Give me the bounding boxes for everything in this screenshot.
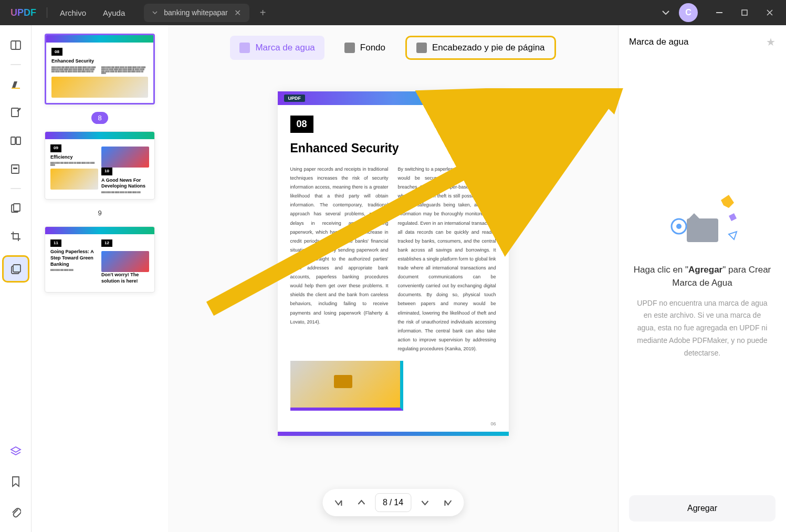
- minimize-button[interactable]: [707, 4, 731, 21]
- maximize-button[interactable]: [732, 4, 757, 21]
- svg-rect-11: [14, 204, 20, 211]
- left-toolbar: [0, 25, 32, 532]
- close-button[interactable]: [758, 4, 782, 21]
- page-number-badge: 08: [290, 116, 313, 133]
- svg-rect-0: [716, 12, 722, 13]
- next-icon: [421, 498, 429, 507]
- prev-icon: [357, 498, 365, 507]
- tool-comment[interactable]: [6, 75, 25, 93]
- thumbnail-panel[interactable]: 08 Enhanced Security ████ ████ ███ ████ …: [32, 25, 168, 532]
- tool-layers[interactable]: [6, 442, 25, 461]
- add-tab-button[interactable]: +: [256, 5, 270, 21]
- panel-message: Haga clic en "Agregar" para Crear Marca …: [629, 263, 775, 290]
- add-button[interactable]: Agregar: [629, 495, 775, 521]
- tab-header-footer[interactable]: Encabezado y pie de página: [405, 36, 556, 60]
- empty-state-illustration: [663, 190, 742, 247]
- app-logo: UPDF: [4, 7, 43, 18]
- background-icon: [344, 43, 355, 53]
- page-navigation: 8 / 14: [322, 489, 464, 516]
- pages-icon: [10, 135, 22, 147]
- document-tab[interactable]: banking whitepapar ✕: [144, 4, 249, 22]
- bookmark-icon: [11, 476, 20, 487]
- chevron-down-icon: [152, 11, 158, 14]
- tool-attachment[interactable]: [6, 503, 25, 521]
- tool-ocr[interactable]: [6, 199, 25, 217]
- close-icon: [767, 9, 773, 16]
- right-panel: Marca de agua ★ Haga clic en "Agregar" p…: [618, 25, 786, 532]
- svg-rect-15: [687, 218, 718, 242]
- svg-rect-9: [13, 168, 17, 169]
- page-column-2: By switching to a paperless workplace, a…: [398, 165, 496, 353]
- titlebar: UPDF Archivo Ayuda banking whitepapar ✕ …: [0, 0, 786, 25]
- svg-point-18: [676, 224, 682, 229]
- content-area: Marca de agua Fondo Encabezado y pie de …: [168, 25, 618, 532]
- page-title: Enhanced Security: [290, 141, 496, 155]
- page-column-1: Using paper records and receipts in trad…: [290, 165, 389, 353]
- page-input[interactable]: 8 / 14: [375, 493, 411, 512]
- user-avatar[interactable]: C: [679, 3, 698, 22]
- thumbnail-label-8: 8: [91, 112, 108, 124]
- next-page-button[interactable]: [415, 493, 434, 512]
- tab-title: banking whitepapar: [164, 8, 227, 17]
- redact-icon: [10, 163, 22, 175]
- last-icon: [444, 498, 452, 507]
- dropdown-button[interactable]: [657, 7, 675, 18]
- edit-page-icon: [10, 107, 22, 118]
- minimize-icon: [716, 12, 722, 13]
- tool-redact[interactable]: [6, 160, 25, 179]
- book-icon: [10, 39, 22, 51]
- panel-description: UPDF no encuentra una marca de agua en e…: [629, 297, 775, 360]
- tool-page-tools[interactable]: [2, 255, 29, 283]
- svg-rect-7: [16, 137, 20, 144]
- crop-icon: [10, 231, 22, 242]
- menu-file[interactable]: Archivo: [51, 5, 95, 20]
- svg-rect-1: [742, 10, 747, 15]
- thumbnail-label-9: 9: [91, 207, 108, 219]
- prev-page-button[interactable]: [352, 493, 371, 512]
- menu-help[interactable]: Ayuda: [95, 5, 133, 20]
- panel-title: Marca de agua: [629, 37, 688, 47]
- first-icon: [334, 498, 342, 507]
- last-page-button[interactable]: [438, 493, 457, 512]
- svg-rect-4: [12, 88, 20, 89]
- page-footer-num: 06: [278, 421, 509, 432]
- thumbnail-page-9[interactable]: 09Efficiency████ ████ ███ ████ ████ ██ █…: [45, 131, 155, 200]
- stack-icon: [10, 445, 22, 457]
- svg-rect-6: [11, 137, 15, 144]
- scan-icon: [10, 202, 22, 214]
- page-brand-logo: UPDF: [284, 95, 306, 102]
- maximize-icon: [741, 9, 748, 16]
- layers-icon: [9, 263, 22, 275]
- tab-background[interactable]: Fondo: [335, 36, 395, 60]
- tab-watermark[interactable]: Marca de agua: [230, 36, 324, 60]
- paperclip-icon: [11, 506, 21, 518]
- tool-reader[interactable]: [6, 36, 25, 55]
- page-image: [290, 361, 404, 411]
- svg-rect-13: [13, 265, 20, 272]
- highlighter-icon: [10, 78, 22, 90]
- header-footer-icon: [416, 43, 427, 53]
- tool-edit[interactable]: [6, 103, 25, 122]
- first-page-button[interactable]: [329, 493, 348, 512]
- pdf-page: UPDF 08 Enhanced Security Using paper re…: [278, 91, 509, 436]
- svg-rect-5: [12, 108, 18, 117]
- chevron-down-icon: [662, 11, 669, 15]
- tool-organize[interactable]: [6, 131, 25, 150]
- tool-bookmark[interactable]: [6, 472, 25, 491]
- divider: [47, 7, 47, 18]
- thumbnail-page-8[interactable]: 08 Enhanced Security ████ ████ ███ ████ …: [45, 34, 155, 105]
- page-viewer[interactable]: UPDF 08 Enhanced Security Using paper re…: [168, 70, 618, 532]
- thumbnail-page-10[interactable]: 11Going Paperless: A Step Toward Green B…: [45, 226, 155, 293]
- favorite-icon[interactable]: ★: [766, 36, 775, 48]
- close-tab-icon[interactable]: ✕: [234, 8, 241, 18]
- watermark-icon: [239, 43, 250, 53]
- tool-crop[interactable]: [6, 227, 25, 246]
